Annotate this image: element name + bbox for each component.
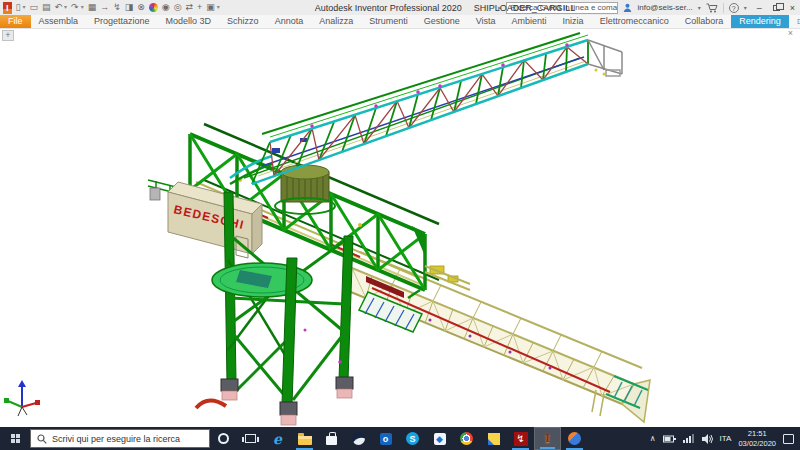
taskbar-flash-app[interactable]: ↯ xyxy=(507,427,534,450)
return-icon[interactable]: → xyxy=(100,1,109,14)
minimize-button[interactable]: – xyxy=(757,3,762,13)
material-icon[interactable]: ◨ xyxy=(125,1,134,14)
account-dropdown-icon[interactable]: ▾ xyxy=(698,4,701,11)
tab-analizza[interactable]: Analizza xyxy=(311,15,361,28)
tab-strumenti[interactable]: Strumenti xyxy=(361,15,416,28)
lightning-app-icon: ↯ xyxy=(514,432,528,446)
cortana-button[interactable] xyxy=(210,427,237,450)
title-bar: I ▯ ▾ ▭ ▤ ↶ ▾ ↷ ▾ ▦ → ↯ ◨ ⊗ ◉ ◎ ⇄ + ▣ ▾ … xyxy=(0,0,800,15)
account-person-icon xyxy=(623,3,632,12)
account-label[interactable]: info@seis-ser... xyxy=(637,3,692,12)
task-view-icon xyxy=(245,434,256,443)
tab-progettazione[interactable]: Progettazione xyxy=(86,15,158,28)
store-cart-icon[interactable] xyxy=(706,3,718,13)
restore-button[interactable] xyxy=(773,5,780,11)
zoom-all-icon[interactable]: ◉ xyxy=(162,1,170,14)
language-indicator[interactable]: ITA xyxy=(720,434,732,443)
model-viewport[interactable]: + × xyxy=(0,30,800,427)
taskbar-compass-app[interactable] xyxy=(561,427,588,450)
outlook-icon: o xyxy=(380,433,392,445)
network-icon[interactable] xyxy=(683,434,695,443)
taskbar-dropbox[interactable]: ◆ xyxy=(426,427,453,450)
taskbar-sticky-notes[interactable] xyxy=(480,427,507,450)
taskbar-edge[interactable]: e xyxy=(264,427,291,450)
new-file-icon[interactable]: ▯ xyxy=(16,1,21,14)
divider xyxy=(723,3,724,13)
clock-date: 03/02/2020 xyxy=(738,439,776,448)
app-title: Autodesk Inventor Professional 2020 xyxy=(315,3,462,13)
undo-icon[interactable]: ↶ xyxy=(55,1,63,14)
move-icon[interactable]: + xyxy=(197,1,202,14)
zoom-window-icon[interactable]: ◎ xyxy=(174,1,182,14)
taskbar-clock[interactable]: 21:51 03/02/2020 xyxy=(738,429,776,448)
taskbar-search-input[interactable]: Scrivi qui per eseguire la ricerca xyxy=(30,429,210,448)
taskbar-file-explorer[interactable] xyxy=(291,427,318,450)
tab-assembla[interactable]: Assembla xyxy=(31,15,87,28)
new-dropdown-icon[interactable]: ▾ xyxy=(22,1,25,14)
close-button[interactable]: × xyxy=(790,3,795,13)
battery-icon[interactable] xyxy=(663,435,676,443)
update-icon[interactable]: ▦ xyxy=(88,1,97,14)
document-title: SHIPLOADER_CARGILL xyxy=(474,3,576,13)
windows-taskbar: Scrivi qui per eseguire la ricerca e o S… xyxy=(0,427,800,450)
tab-gestione[interactable]: Gestione xyxy=(416,15,468,28)
redo-dropdown-icon[interactable]: ▾ xyxy=(81,1,84,14)
tab-schizzo[interactable]: Schizzo xyxy=(219,15,267,28)
start-button[interactable] xyxy=(0,427,30,450)
help-icon[interactable]: ? xyxy=(729,3,739,13)
measure-icon[interactable]: ⇄ xyxy=(185,1,193,14)
taskbar-chrome[interactable] xyxy=(453,427,480,450)
tab-ambienti[interactable]: Ambienti xyxy=(504,15,555,28)
taskbar-store[interactable] xyxy=(318,427,345,450)
tab-modello-3d[interactable]: Modello 3D xyxy=(158,15,220,28)
tab-annota[interactable]: Annota xyxy=(267,15,312,28)
search-icon xyxy=(37,434,47,444)
clock-time: 21:51 xyxy=(738,429,776,438)
system-tray: ∧ ITA 21:51 03/02/2020 xyxy=(650,429,800,448)
taskbar-photos[interactable] xyxy=(345,427,372,450)
inventor-app-icon: I xyxy=(545,431,550,446)
tab-rendering[interactable]: Rendering xyxy=(731,15,789,28)
taskbar-outlook[interactable]: o xyxy=(372,427,399,450)
task-view-button[interactable] xyxy=(237,427,264,450)
volume-icon[interactable] xyxy=(702,434,713,444)
dropbox-icon: ◆ xyxy=(434,433,446,445)
taskbar-inventor[interactable]: I xyxy=(534,427,561,450)
windows-logo-icon xyxy=(11,434,20,443)
tab-inizia[interactable]: Inizia xyxy=(555,15,592,28)
chrome-icon xyxy=(460,432,473,445)
file-explorer-icon xyxy=(298,436,312,445)
taskbar-skype[interactable]: S xyxy=(399,427,426,450)
action-center-icon[interactable] xyxy=(783,434,794,444)
display-settings-icon[interactable]: ▣ xyxy=(206,1,215,14)
sticky-notes-icon xyxy=(488,433,500,445)
store-icon xyxy=(326,436,337,445)
compass-app-icon xyxy=(568,432,581,445)
render-icon[interactable]: ⊗ xyxy=(137,1,145,14)
skype-icon: S xyxy=(406,432,419,445)
axis-triad-icon xyxy=(4,380,40,416)
edge-icon: e xyxy=(273,432,282,446)
color-wheel-icon[interactable] xyxy=(149,3,158,12)
taskbar-search-placeholder: Scrivi qui per eseguire la ricerca xyxy=(52,434,180,444)
tab-elettromeccanico[interactable]: Elettromeccanico xyxy=(592,15,677,28)
tab-vista[interactable]: Vista xyxy=(468,15,504,28)
photos-icon xyxy=(352,432,365,445)
help-dropdown-icon[interactable]: ▾ xyxy=(744,4,747,11)
shiploader-3d-model[interactable]: BEDESCHI xyxy=(0,30,800,427)
boom-tip-frame[interactable] xyxy=(588,40,622,76)
inventor-logo-icon[interactable]: I xyxy=(3,2,12,14)
save-icon[interactable]: ▤ xyxy=(42,1,51,14)
window-title: Autodesk Inventor Professional 2020SHIPL… xyxy=(315,3,576,13)
undo-dropdown-icon[interactable]: ▾ xyxy=(64,1,67,14)
hidden-icons-button[interactable]: ∧ xyxy=(650,434,656,443)
tab-collabora[interactable]: Collabora xyxy=(677,15,732,28)
redo-icon[interactable]: ↷ xyxy=(71,1,79,14)
ribbon-tab-bar: File Assembla Progettazione Modello 3D S… xyxy=(0,15,800,29)
qat-customize-icon[interactable]: ▾ xyxy=(217,1,220,14)
quick-access-toolbar: I ▯ ▾ ▭ ▤ ↶ ▾ ↷ ▾ ▦ → ↯ ◨ ⊗ ◉ ◎ ⇄ + ▣ ▾ xyxy=(0,1,220,14)
open-file-icon[interactable]: ▭ xyxy=(29,1,38,14)
tab-file[interactable]: File xyxy=(0,15,31,28)
boom-conveyor[interactable] xyxy=(230,33,588,184)
sketch-icon[interactable]: ↯ xyxy=(113,1,121,14)
